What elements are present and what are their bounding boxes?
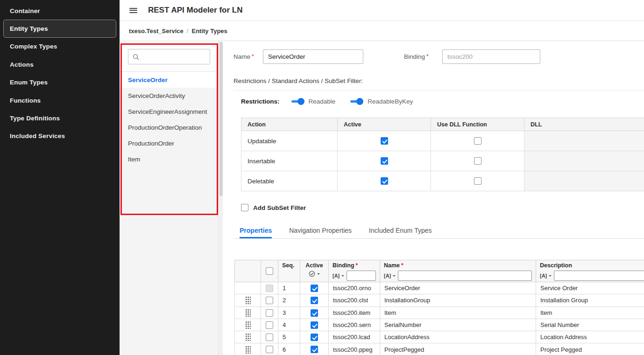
sidebar-item[interactable]: Type Definitions: [3, 109, 116, 127]
property-row: 4 tssoc200.sern SerialNumber Serial Numb…: [235, 319, 644, 331]
name-filter-type-dropdown[interactable]: [A]: [384, 273, 396, 278]
entity-list-item[interactable]: ServiceOrderActivity: [120, 88, 218, 104]
sidebar-item-label: Complex Types: [10, 43, 57, 50]
sidebar-item[interactable]: Functions: [3, 91, 116, 109]
tab[interactable]: Included Enum Types: [369, 227, 432, 238]
sidebar-item[interactable]: Entity Types: [3, 20, 116, 37]
row-select-checkbox[interactable]: [266, 321, 273, 329]
binding-input[interactable]: [442, 49, 540, 64]
entity-list-item[interactable]: ServiceEngineerAssignment: [120, 104, 218, 119]
tab[interactable]: Properties: [240, 227, 272, 238]
breadcrumb-page: Entity Types: [191, 28, 227, 35]
sidebar-item-label: Included Services: [10, 132, 65, 139]
entity-list-item[interactable]: ServiceOrder: [120, 72, 218, 88]
drag-handle-icon[interactable]: [245, 321, 251, 329]
properties-table: Seq. Active Binding* [A]: [234, 260, 644, 355]
use-dll-function-checkbox[interactable]: [474, 157, 481, 165]
row-select-checkbox: [266, 285, 273, 292]
entity-list-item-label: ProductionOrder: [128, 140, 174, 147]
sidebar-item[interactable]: Enum Types: [3, 74, 116, 91]
breadcrumb: txeso.Test_Service / Entity Types: [120, 21, 644, 41]
restrictions-section-caption: Restrictions / Standard Actions / SubSet…: [234, 77, 363, 84]
scrollbar-thumb[interactable]: [219, 42, 223, 196]
description-filter-type-dropdown[interactable]: [A]: [540, 273, 552, 278]
entity-list-item[interactable]: ProductionOrderOperation: [120, 119, 218, 135]
drag-handle-icon[interactable]: [245, 296, 251, 304]
dll-value-cell[interactable]: [524, 131, 644, 151]
active-checkbox[interactable]: [311, 334, 318, 341]
name-cell: Item: [380, 306, 536, 319]
entity-list-item[interactable]: ProductionOrder: [120, 135, 218, 151]
entity-list-item-label: ServiceOrderActivity: [128, 92, 185, 99]
active-checkbox[interactable]: [381, 137, 388, 145]
row-select-checkbox[interactable]: [266, 346, 273, 353]
name-cell: LocationAddress: [380, 331, 536, 343]
dll-value-cell[interactable]: [524, 151, 644, 171]
restriction-toggle[interactable]: [350, 98, 363, 105]
property-row: 3 tssoc200.item Item Item: [235, 306, 644, 319]
binding-filter-type-dropdown[interactable]: [A]: [333, 273, 344, 278]
active-checkbox[interactable]: [311, 285, 318, 292]
sidebar-item[interactable]: Actions: [3, 56, 116, 73]
entity-list-item-label: ProductionOrderOperation: [128, 124, 202, 131]
add-subset-filter-label: Add SubSet Filter: [253, 204, 306, 211]
restrictions-toggle-row: Restrictions: ReadableReadableByKey: [241, 98, 428, 105]
breadcrumb-service[interactable]: txeso.Test_Service: [129, 28, 184, 35]
active-checkbox[interactable]: [311, 309, 318, 317]
breadcrumb-separator: /: [187, 28, 189, 35]
description-cell: Service Order: [536, 282, 644, 294]
property-row: 6 tssoc200.ppeg ProjectPegged Project Pe…: [235, 343, 644, 355]
tab[interactable]: Navigation Properties: [289, 227, 352, 238]
entity-search-input[interactable]: [142, 53, 203, 60]
active-checkbox[interactable]: [311, 321, 318, 329]
select-all-checkbox[interactable]: [266, 267, 273, 275]
row-select-checkbox[interactable]: [266, 309, 273, 317]
actions-table-row: Insertable: [241, 151, 644, 171]
hamburger-menu-icon[interactable]: [129, 8, 137, 13]
active-checkbox[interactable]: [381, 177, 388, 185]
entity-search-strip: [120, 41, 218, 72]
entity-list-item-label: Item: [128, 156, 140, 163]
binding-cell: tssoc200.lcad: [329, 331, 380, 343]
restriction-toggle-label: Readable: [309, 98, 336, 105]
dll-value-cell[interactable]: [524, 171, 644, 191]
required-asterisk: *: [356, 262, 358, 269]
active-checkbox[interactable]: [311, 297, 318, 304]
drag-column-header: [235, 260, 261, 282]
actions-column-header: Use DLL Function: [431, 118, 524, 131]
restriction-toggle-label: ReadableByKey: [368, 98, 413, 105]
sidebar-item[interactable]: Complex Types: [3, 38, 116, 56]
use-dll-function-checkbox[interactable]: [474, 137, 481, 145]
name-input[interactable]: [263, 49, 363, 64]
nav-sidebar-list: Container Entity Types Complex Types Act…: [0, 0, 120, 145]
drag-handle-icon[interactable]: [245, 333, 251, 341]
active-filter-dropdown[interactable]: [304, 271, 325, 277]
name-filter-input[interactable]: [398, 271, 532, 281]
section-divider: [234, 90, 644, 90]
vertical-scrollbar[interactable]: [218, 41, 223, 355]
entity-search-box[interactable]: [128, 49, 210, 64]
row-select-checkbox[interactable]: [266, 297, 273, 304]
active-checkbox[interactable]: [311, 346, 318, 353]
property-row: 2 tssoc200.clst InstallationGroup Instal…: [235, 294, 644, 306]
description-filter-input[interactable]: [554, 271, 644, 281]
tab-label: Navigation Properties: [289, 227, 352, 234]
use-dll-function-checkbox[interactable]: [474, 177, 481, 185]
required-asterisk: *: [252, 53, 254, 60]
binding-filter-input[interactable]: [347, 271, 376, 281]
add-subset-filter-checkbox[interactable]: [241, 204, 248, 211]
binding-cell: tssoc200.orno: [329, 282, 380, 294]
binding-column-header: Binding* [A]: [329, 260, 380, 282]
active-checkbox[interactable]: [381, 157, 388, 165]
actions-table-row: Deletable: [241, 171, 644, 191]
restriction-toggle[interactable]: [291, 98, 304, 105]
drag-handle-icon[interactable]: [245, 309, 251, 317]
description-cell: Location Address: [536, 331, 644, 343]
sidebar-item[interactable]: Included Services: [3, 127, 116, 145]
drag-handle-icon[interactable]: [245, 346, 251, 354]
entity-list-item-label: ServiceEngineerAssignment: [128, 108, 207, 115]
entity-list-item[interactable]: Item: [120, 151, 218, 167]
binding-cell: tssoc200.clst: [329, 294, 380, 306]
sidebar-item[interactable]: Container: [3, 2, 116, 20]
row-select-checkbox[interactable]: [266, 334, 273, 341]
